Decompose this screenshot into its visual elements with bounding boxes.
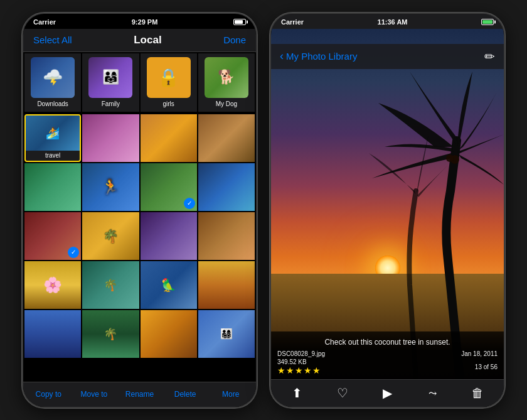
palm-tree-svg bbox=[366, 29, 504, 379]
photo-cell-8[interactable]: ✓ bbox=[24, 212, 81, 260]
battery-fill-right bbox=[482, 20, 492, 24]
photo-cell-7[interactable] bbox=[198, 163, 255, 211]
photo-cell-18[interactable] bbox=[141, 310, 197, 358]
battery-group-right bbox=[481, 19, 494, 25]
battery-icon-right bbox=[481, 19, 494, 25]
battery-icon-left bbox=[233, 19, 246, 25]
folder-name-mydog: My Dog bbox=[216, 100, 237, 108]
heart-button[interactable]: ♡ bbox=[320, 385, 365, 401]
time-left: 9:29 PM bbox=[132, 18, 158, 26]
photo-cell-9[interactable]: 🌴 bbox=[82, 212, 139, 260]
folder-name-girls: girls bbox=[162, 100, 174, 108]
status-bar-left: Carrier 9:29 PM bbox=[23, 14, 256, 29]
rename-button[interactable]: Rename bbox=[117, 390, 162, 399]
carrier-left: Carrier bbox=[33, 18, 56, 26]
folder-mydog[interactable]: 🐕 My Dog bbox=[198, 53, 255, 112]
photo-cell-17[interactable]: 🌴 bbox=[82, 310, 139, 358]
battery-fill-left bbox=[235, 20, 243, 24]
folder-travel-label: travel bbox=[45, 151, 60, 161]
folder-name-downloads: Downloads bbox=[37, 100, 68, 108]
photo-filename: DSC08028_9.jpg bbox=[277, 350, 325, 357]
nav-bar-right: ‹ My Photo Library ✏ bbox=[271, 44, 504, 69]
photo-position: 13 of 56 bbox=[475, 363, 498, 370]
delete-photo-button[interactable]: 🗑 bbox=[455, 386, 500, 401]
folder-downloads[interactable]: 🌩️ Downloads bbox=[24, 53, 81, 112]
delete-button[interactable]: Delete bbox=[162, 390, 208, 399]
photo-overlay: Check out this coconut tree in sunset. D… bbox=[271, 331, 504, 379]
status-bar-right: Carrier 11:36 AM bbox=[271, 14, 504, 29]
photo-filesize: 349.52 KB bbox=[277, 358, 321, 365]
photo-cell-11[interactable] bbox=[198, 212, 255, 260]
meta-left-group: 349.52 KB ★★★★★ bbox=[277, 358, 321, 375]
battery-group-left bbox=[233, 19, 246, 25]
move-to-button[interactable]: Move to bbox=[72, 390, 117, 399]
meta-row-1: DSC08028_9.jpg Jan 18, 2011 bbox=[277, 350, 498, 357]
photo-cell-1[interactable] bbox=[82, 114, 139, 162]
photo-cell-13[interactable]: 🌴 bbox=[82, 261, 139, 309]
right-phone-content: ‹ My Photo Library ✏ bbox=[271, 29, 504, 407]
select-all-button[interactable]: Select All bbox=[33, 35, 72, 45]
photo-cell-15[interactable] bbox=[198, 261, 255, 309]
right-phone: Carrier 11:36 AM ‹ My Photo Library ✏ bbox=[270, 13, 505, 408]
meta-row-2: 349.52 KB ★★★★★ 13 of 56 bbox=[277, 358, 498, 375]
photo-caption: Check out this coconut tree in sunset. bbox=[277, 335, 498, 349]
folder-name-family: Family bbox=[102, 100, 120, 108]
photo-date: Jan 18, 2011 bbox=[461, 350, 498, 357]
back-label: My Photo Library bbox=[286, 51, 357, 62]
photo-stars: ★★★★★ bbox=[277, 365, 321, 375]
photo-cell-3[interactable] bbox=[198, 114, 255, 162]
copy-to-button[interactable]: Copy to bbox=[26, 390, 72, 399]
more-button[interactable]: More bbox=[208, 390, 253, 399]
folder-travel[interactable]: 🏄 travel bbox=[24, 114, 81, 162]
lock-icon: 🔒 bbox=[157, 67, 179, 88]
folder-locked-girls: 🔒 bbox=[147, 57, 191, 98]
back-chevron-icon: ‹ bbox=[280, 50, 284, 63]
done-button[interactable]: Done bbox=[223, 35, 246, 45]
folder-thumb-mydog: 🐕 bbox=[205, 57, 248, 98]
svg-point-1 bbox=[446, 154, 454, 162]
share-button[interactable]: ⬆ bbox=[275, 385, 320, 401]
folder-thumb-family: 👨‍👩‍👧 bbox=[88, 57, 132, 98]
photo-cell-19[interactable]: 👨‍👩‍👧‍👦 bbox=[198, 310, 255, 358]
carrier-right: Carrier bbox=[281, 18, 304, 26]
photo-grid-area: 🏄 travel 🏃 bbox=[23, 113, 256, 359]
selected-badge-8: ✓ bbox=[68, 247, 79, 258]
photo-cell-4[interactable] bbox=[24, 163, 81, 211]
folder-girls[interactable]: 🔒 girls bbox=[141, 53, 197, 112]
sunset-photo bbox=[271, 29, 504, 379]
photo-cell-16[interactable] bbox=[24, 310, 81, 358]
folder-family[interactable]: 👨‍👩‍👧 Family bbox=[82, 53, 139, 112]
share2-button[interactable]: ⤳ bbox=[410, 387, 455, 399]
edit-button[interactable]: ✏ bbox=[484, 49, 495, 64]
photo-cell-5[interactable]: 🏃 bbox=[82, 163, 139, 211]
folder-grid: 🌩️ Downloads 👨‍👩‍👧 Family 🔒 bbox=[23, 52, 256, 113]
time-right: 11:36 AM bbox=[378, 18, 408, 26]
photo-cell-12[interactable]: 🌸 bbox=[24, 261, 81, 309]
nav-title-local: Local bbox=[134, 34, 161, 46]
photo-cell-10[interactable] bbox=[141, 212, 197, 260]
photo-info-bar: Check out this coconut tree in sunset. D… bbox=[271, 331, 504, 379]
selected-badge-6: ✓ bbox=[184, 198, 195, 209]
left-phone: Carrier 9:29 PM Select All Local Done 🌩️ bbox=[22, 13, 257, 408]
nav-bar-left: Select All Local Done bbox=[23, 29, 256, 52]
folder-thumb-downloads: 🌩️ bbox=[31, 57, 75, 98]
photo-viewer-area: Check out this coconut tree in sunset. D… bbox=[271, 29, 504, 379]
back-button[interactable]: ‹ My Photo Library bbox=[280, 50, 357, 63]
bottom-toolbar-left: Copy to Move to Rename Delete More bbox=[23, 382, 256, 407]
photo-cell-2[interactable] bbox=[141, 114, 197, 162]
photo-actions: ⬆ ♡ ▶ ⤳ 🗑 bbox=[271, 379, 504, 407]
left-phone-content: Select All Local Done 🌩️ Downloads bbox=[23, 29, 256, 407]
photo-cell-14[interactable]: 🦜 bbox=[141, 261, 197, 309]
slideshow-button[interactable]: ▶ bbox=[365, 385, 410, 401]
photo-cell-6[interactable]: ✓ bbox=[141, 163, 197, 211]
